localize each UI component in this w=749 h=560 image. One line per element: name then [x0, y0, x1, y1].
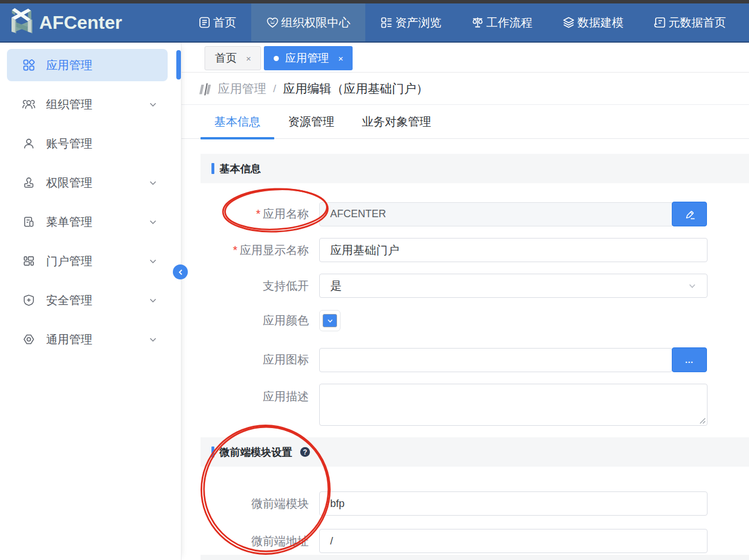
sidebar-item-label: 组织管理 — [46, 97, 92, 112]
required-asterisk: * — [233, 244, 237, 256]
topnav-item-home[interactable]: 首页 — [183, 3, 251, 41]
portal-grid-icon — [22, 255, 35, 267]
topnav-label: 资产浏览 — [395, 15, 441, 31]
topnav-label: 组织权限中心 — [281, 15, 350, 31]
topnav-item-workflow[interactable]: 工作流程 — [456, 3, 547, 41]
detail-tabs: 基本信息 资源管理 业务对象管理 — [181, 105, 749, 139]
sidebar-item-menu-management[interactable]: 菜单管理 — [7, 206, 168, 238]
logo-text: AFCenter — [39, 12, 122, 33]
micro-module-input[interactable]: bfp — [319, 491, 708, 516]
tab-label: 资源管理 — [288, 114, 334, 130]
sidebar-item-permission-management[interactable]: 权限管理 — [7, 167, 168, 199]
field-low-code-support: 支持低开 是 — [201, 274, 749, 298]
color-picker[interactable] — [319, 310, 341, 331]
tab-resource-management[interactable]: 资源管理 — [274, 105, 348, 138]
topnav-label: 数据建模 — [577, 15, 623, 31]
open-tab-label: 首页 — [215, 51, 237, 66]
field-label: 微前端地址 — [201, 533, 309, 549]
open-tabs-bar: 首页 × 应用管理 × — [181, 43, 749, 73]
topnav-item-metadata-home[interactable]: 元数据首页 — [638, 3, 741, 41]
breadcrumb-slashes-icon — [199, 83, 211, 96]
sidebar-item-general-management[interactable]: 通用管理 — [7, 323, 168, 355]
app-display-name-input[interactable]: 应用基础门户 — [319, 238, 708, 262]
scale-icon — [471, 16, 484, 29]
sidebar-item-account-management[interactable]: 账号管理 — [7, 127, 168, 160]
field-app-description: 应用描述 — [201, 384, 749, 426]
sidebar-item-org-management[interactable]: 组织管理 — [7, 88, 168, 120]
icon-picker-button[interactable]: … — [672, 347, 707, 372]
tab-basic-info[interactable]: 基本信息 — [201, 105, 274, 138]
topbar: AFCenter 首页 组织权限中心 — [0, 3, 749, 43]
sidebar-item-label: 账号管理 — [46, 136, 92, 152]
low-code-select[interactable]: 是 — [319, 274, 708, 298]
field-app-color: 应用颜色 — [201, 310, 749, 331]
chevron-down-icon — [149, 296, 157, 305]
field-label: 支持低开 — [201, 278, 309, 294]
sidebar-item-security-management[interactable]: 安全管理 — [7, 284, 168, 316]
sidebar-item-app-management[interactable]: 应用管理 — [7, 49, 168, 81]
sidebar-collapse-button[interactable] — [173, 264, 188, 279]
chevron-down-icon — [149, 179, 157, 187]
shield-plus-icon — [22, 294, 35, 307]
edit-button[interactable] — [672, 202, 707, 226]
breadcrumb-parent[interactable]: 应用管理 — [218, 81, 266, 97]
help-icon[interactable]: ? — [300, 447, 310, 457]
field-label: 应用图标 — [201, 352, 309, 368]
page: AFCenter 首页 组织权限中心 — [0, 0, 749, 560]
chevron-down-icon — [149, 218, 157, 226]
sidebar-item-portal-management[interactable]: 门户管理 — [7, 245, 168, 277]
topnav-label: 工作流程 — [486, 15, 532, 31]
tab-scroll-indicator[interactable] — [176, 50, 181, 80]
section-title: 基本信息 — [220, 162, 261, 176]
tab-business-object-management[interactable]: 业务对象管理 — [348, 105, 445, 138]
chevron-down-icon — [688, 282, 697, 290]
topnav-item-org-permission-center[interactable]: 组织权限中心 — [251, 3, 365, 41]
resize-handle-icon[interactable] — [699, 417, 706, 424]
stamp-icon — [22, 176, 35, 189]
ellipsis-icon: … — [685, 355, 694, 365]
home-doc-icon — [198, 16, 211, 29]
field-micro-module: 微前端模块 bfp — [201, 491, 749, 516]
close-icon[interactable]: × — [246, 54, 251, 63]
chevron-down-icon — [327, 317, 334, 324]
app-description-textarea[interactable] — [319, 384, 708, 426]
section-micro-frontend: 微前端模块设置 ? — [201, 437, 749, 467]
field-label: *应用名称 — [201, 206, 309, 222]
chevron-down-icon — [149, 100, 157, 109]
sidebar-item-label: 安全管理 — [46, 293, 92, 308]
sidebar-item-label: 门户管理 — [46, 253, 92, 269]
afcenter-logo-icon — [8, 5, 33, 35]
topnav-item-data-modeling[interactable]: 数据建模 — [547, 3, 638, 41]
sidebar-item-label: 应用管理 — [46, 58, 92, 73]
person-icon — [22, 137, 35, 150]
scroll-icon — [653, 16, 666, 29]
chevron-left-icon — [177, 269, 184, 275]
open-tab-app-management[interactable]: 应用管理 × — [264, 46, 353, 70]
app-icon-input[interactable] — [319, 348, 672, 372]
tab-label: 业务对象管理 — [362, 114, 431, 130]
topnav-item-asset-browse[interactable]: 资产浏览 — [365, 3, 456, 41]
required-asterisk: * — [256, 207, 260, 220]
field-label: 微前端模块 — [201, 496, 309, 512]
open-tab-home[interactable]: 首页 × — [205, 46, 261, 70]
chevron-down-icon — [149, 335, 157, 344]
main-content: 首页 × 应用管理 × 应用管理 / 应用编辑（应用基础门户） 基本信息 资源管… — [181, 43, 749, 560]
tab-label: 基本信息 — [214, 114, 260, 130]
color-swatch — [323, 314, 337, 327]
field-label: 应用描述 — [201, 389, 309, 404]
form: 基本信息 *应用名称 AFCENTER *应用显示名称 — [201, 139, 749, 553]
breadcrumb-current: 应用编辑（应用基础门户） — [283, 81, 428, 97]
breadcrumb: 应用管理 / 应用编辑（应用基础门户） — [181, 73, 749, 105]
section-basic-info: 基本信息 — [201, 154, 749, 183]
logo[interactable]: AFCenter — [0, 3, 181, 41]
sidebar: 应用管理 组织管理 账号管理 — [0, 43, 181, 560]
chevron-down-icon — [149, 257, 157, 266]
field-app-name: *应用名称 AFCENTER — [201, 202, 749, 226]
micro-address-input[interactable]: / — [319, 529, 708, 553]
topnav: 首页 组织权限中心 — [183, 3, 741, 41]
field-app-icon: 应用图标 … — [201, 347, 749, 372]
close-icon[interactable]: × — [338, 54, 343, 63]
app-name-input[interactable]: AFCENTER — [319, 202, 672, 226]
asset-list-icon — [380, 16, 393, 29]
sidebar-item-label: 通用管理 — [46, 332, 92, 347]
